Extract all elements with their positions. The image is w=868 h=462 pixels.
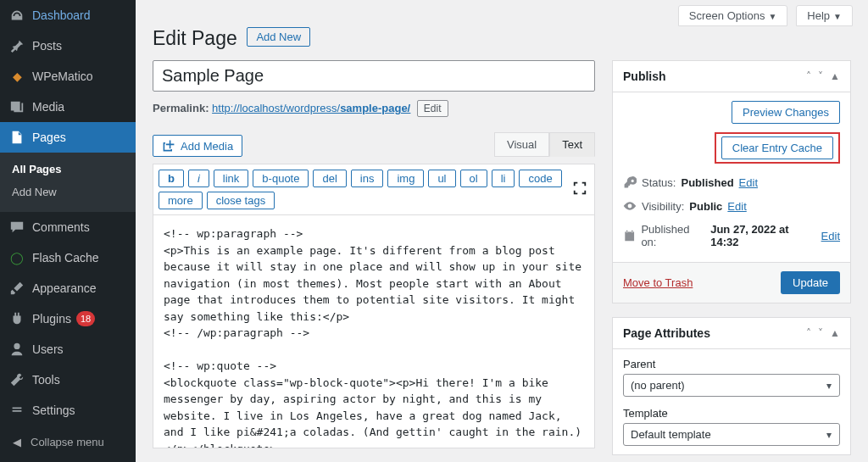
- admin-sidebar: Dashboard Posts ◆ WPeMatico Media Pages …: [0, 0, 136, 462]
- dashboard-icon: [8, 7, 25, 24]
- tools-icon: [8, 371, 25, 388]
- edit-date-link[interactable]: Edit: [821, 230, 840, 242]
- help-tab[interactable]: Help▼: [796, 5, 853, 26]
- media-add-icon: [162, 139, 175, 153]
- page-heading: Edit Page: [153, 27, 237, 50]
- qt-i[interactable]: i: [188, 170, 209, 187]
- sidebar-item-posts[interactable]: Posts: [0, 31, 136, 61]
- preview-changes-button[interactable]: Preview Changes: [732, 101, 840, 124]
- brush-icon: [8, 280, 25, 297]
- sidebar-item-wpematico[interactable]: ◆ WPeMatico: [0, 61, 136, 92]
- main-column: Permalink: http://localhost/wordpress/sa…: [153, 60, 595, 462]
- qt-b[interactable]: b: [159, 170, 184, 187]
- permalink-row: Permalink: http://localhost/wordpress/sa…: [153, 100, 595, 117]
- toggle-icon[interactable]: ▲: [830, 327, 840, 339]
- page-attributes-header: Page Attributes ˄ ˅ ▲: [613, 318, 850, 349]
- sidebar-label: Flash Cache: [32, 251, 99, 264]
- move-down-icon[interactable]: ˅: [818, 327, 823, 339]
- qt-ol[interactable]: ol: [460, 170, 487, 187]
- tab-visual[interactable]: Visual: [494, 132, 549, 157]
- add-media-button[interactable]: Add Media: [153, 135, 242, 157]
- move-to-trash-link[interactable]: Move to Trash: [623, 276, 693, 289]
- qt-ul[interactable]: ul: [428, 170, 455, 187]
- editor-tabs: Visual Text: [494, 132, 595, 157]
- submenu-add-new[interactable]: Add New: [0, 181, 136, 203]
- sidebar-label: Tools: [32, 373, 60, 387]
- pages-submenu: All Pages Add New: [0, 153, 136, 212]
- move-up-icon[interactable]: ˄: [806, 70, 811, 82]
- edit-status-link[interactable]: Edit: [739, 176, 758, 189]
- eye-icon: [623, 199, 637, 213]
- screen-options-tab[interactable]: Screen Options▼: [678, 5, 788, 26]
- update-button[interactable]: Update: [781, 271, 840, 294]
- sidebar-label: Comments: [32, 220, 90, 234]
- sidebar-item-dashboard[interactable]: Dashboard: [0, 0, 136, 31]
- collapse-menu[interactable]: ◀ Collapse menu: [0, 428, 136, 455]
- qt-more[interactable]: more: [159, 192, 203, 209]
- move-up-icon[interactable]: ˄: [806, 327, 811, 339]
- parent-label: Parent: [623, 358, 840, 370]
- settings-icon: [8, 402, 25, 419]
- qt-ins[interactable]: ins: [351, 170, 384, 187]
- content-textarea[interactable]: [153, 215, 595, 448]
- tab-text[interactable]: Text: [549, 132, 595, 157]
- plugins-badge: 18: [76, 311, 95, 326]
- fullscreen-icon[interactable]: [572, 181, 587, 198]
- template-select[interactable]: Default template: [623, 423, 840, 446]
- permalink-label: Permalink:: [153, 102, 209, 114]
- qt-code[interactable]: code: [519, 170, 561, 187]
- wpematico-icon: ◆: [8, 68, 25, 85]
- qt-bquote[interactable]: b-quote: [253, 170, 309, 187]
- screen-meta-links: Screen Options▼ Help▼: [678, 5, 853, 26]
- permalink-link[interactable]: http://localhost/wordpress/sample-page/: [212, 102, 410, 114]
- edit-visibility-link[interactable]: Edit: [727, 200, 746, 213]
- move-down-icon[interactable]: ˅: [818, 70, 823, 82]
- users-icon: [8, 341, 25, 358]
- sidebar-label: Plugins: [32, 312, 71, 326]
- caret-down-icon: ▼: [768, 12, 776, 21]
- sidebar-label: Dashboard: [32, 8, 91, 22]
- sidebar-item-appearance[interactable]: Appearance: [0, 273, 136, 303]
- qt-li[interactable]: li: [492, 170, 515, 187]
- clear-cache-highlight: Clear Entry Cache: [715, 132, 840, 164]
- qt-img[interactable]: img: [387, 170, 424, 187]
- sidebar-label: Settings: [32, 404, 75, 417]
- pin-icon: [8, 37, 25, 54]
- qt-link[interactable]: link: [214, 170, 249, 187]
- sidebar-label: Appearance: [32, 281, 97, 295]
- sidebar-item-flash-cache[interactable]: ◯ Flash Cache: [0, 242, 136, 273]
- post-title-input[interactable]: [153, 60, 595, 92]
- clear-entry-cache-button[interactable]: Clear Entry Cache: [721, 136, 833, 159]
- sidebar-label: WPeMatico: [32, 70, 93, 83]
- key-icon: [623, 175, 637, 189]
- publish-footer: Move to Trash Update: [613, 262, 850, 303]
- sidebar-item-pages[interactable]: Pages: [0, 122, 136, 153]
- collapse-label: Collapse menu: [31, 436, 104, 448]
- publish-box: Publish ˄ ˅ ▲ Preview Changes Clear Entr…: [612, 60, 851, 303]
- qt-close-tags[interactable]: close tags: [207, 192, 275, 209]
- collapse-icon: ◀: [8, 433, 25, 450]
- parent-select[interactable]: (no parent): [623, 374, 840, 397]
- qt-del[interactable]: del: [313, 170, 346, 187]
- main-content: Screen Options▼ Help▼ Edit Page Add New …: [136, 0, 868, 462]
- plugins-icon: [8, 310, 25, 327]
- sidebar-item-comments[interactable]: Comments: [0, 212, 136, 242]
- publish-box-header: Publish ˄ ˅ ▲: [613, 61, 850, 92]
- quicktags-toolbar: b i link b-quote del ins img ul ol li co…: [153, 164, 595, 215]
- edit-permalink-button[interactable]: Edit: [417, 100, 448, 117]
- sidebar-item-media[interactable]: Media: [0, 92, 136, 122]
- sidebar-item-settings[interactable]: Settings: [0, 395, 136, 426]
- sidebar-label: Media: [32, 100, 64, 114]
- sidebar-item-tools[interactable]: Tools: [0, 365, 136, 395]
- sidebar-item-users[interactable]: Users: [0, 334, 136, 365]
- add-new-button[interactable]: Add New: [247, 27, 310, 47]
- pages-icon: [8, 129, 25, 146]
- side-column: Publish ˄ ˅ ▲ Preview Changes Clear Entr…: [612, 60, 851, 462]
- sidebar-label: Pages: [32, 131, 66, 144]
- sidebar-item-plugins[interactable]: Plugins 18: [0, 303, 136, 334]
- calendar-icon: [623, 229, 636, 242]
- toggle-icon[interactable]: ▲: [830, 70, 840, 82]
- submenu-all-pages[interactable]: All Pages: [0, 158, 136, 181]
- comments-icon: [8, 219, 25, 236]
- publish-title: Publish: [623, 70, 666, 83]
